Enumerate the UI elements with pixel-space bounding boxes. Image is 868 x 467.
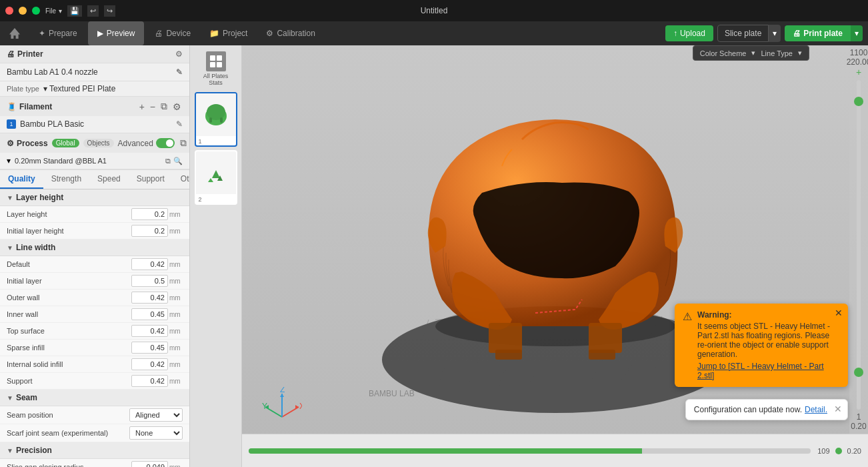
profile-search-button[interactable]: 🔍 [173, 157, 183, 165]
nav-prepare[interactable]: ✦ Prepare [29, 21, 87, 45]
filament-settings-button[interactable]: ⚙ [171, 101, 183, 112]
slice-dropdown[interactable]: ▾ [769, 25, 781, 42]
filament-remove-button[interactable]: − [149, 101, 157, 112]
thumbnail-2-num: 2 [196, 195, 205, 204]
slider-expand-button[interactable]: + [856, 67, 861, 77]
thumbnail-2-image [196, 151, 236, 194]
initial-layer-height-unit: mm [169, 227, 183, 235]
initial-layer-height-value: mm [131, 225, 183, 237]
slider-thumb-bottom[interactable] [854, 368, 863, 377]
warning-content: Warning: It seems object STL - Heavy Hel… [697, 310, 840, 380]
support-input[interactable] [131, 375, 168, 387]
filament-copy-button[interactable]: ⧉ [159, 101, 169, 112]
process-title: ⚙ Process [7, 139, 48, 148]
config-message: Configuration can update now. [694, 405, 802, 414]
sparse-infill-unit: mm [169, 344, 183, 352]
slice-gap-row: Slice gap closing radius mm [0, 459, 189, 467]
undo-button[interactable]: ↩ [87, 5, 99, 17]
top-surface-input[interactable] [131, 325, 168, 337]
file-menu[interactable]: File ▾ [45, 7, 62, 15]
initial-layer-height-input[interactable] [131, 225, 168, 237]
sparse-infill-input[interactable] [131, 342, 168, 354]
line-width-header[interactable]: ▼ Line width [0, 240, 189, 256]
nav-device[interactable]: 🖨 Device [145, 21, 200, 45]
warning-message: It seems object STL - Heavy Helmet - Par… [697, 322, 840, 359]
printer-settings-icon[interactable]: ⚙ [175, 49, 183, 59]
process-copy-button[interactable]: ⧉ [179, 137, 188, 149]
maximize-button[interactable] [32, 7, 40, 15]
bottom-bar: 109 0.20 [242, 434, 868, 467]
title-bar: File ▾ 💾 ↩ ↪ Untitled [0, 0, 868, 21]
outer-wall-input[interactable] [131, 292, 168, 304]
warning-link[interactable]: Jump to [STL - Heavy Helmet - Part 2.stl… [697, 362, 824, 380]
internal-solid-input[interactable] [131, 358, 168, 370]
minimize-button[interactable] [19, 7, 27, 15]
svg-rect-7 [220, 117, 223, 123]
prepare-icon: ✦ [39, 29, 45, 38]
redo-button[interactable]: ↪ [104, 5, 115, 17]
warning-close-button[interactable]: ✕ [835, 308, 843, 318]
printer-name-row: Bambu Lab A1 0.4 nozzle ✎ [0, 63, 189, 81]
layer-height-header[interactable]: ▼ Layer height [0, 189, 189, 206]
seam-header[interactable]: ▼ Seam [0, 390, 189, 406]
warning-icon: ⚠ [683, 310, 692, 323]
default-input[interactable] [131, 258, 168, 270]
tab-quality[interactable]: Quality [0, 170, 43, 189]
tab-strength[interactable]: Strength [43, 170, 89, 189]
print-dropdown[interactable]: ▾ [851, 25, 863, 41]
nav-project[interactable]: 📁 Project [200, 21, 257, 45]
tab-speed[interactable]: Speed [89, 170, 129, 189]
svg-rect-29 [495, 350, 522, 360]
nav-calibration[interactable]: ⚙ Calibration [257, 21, 324, 45]
slider-thumb-top[interactable] [854, 97, 863, 106]
nav-home[interactable] [0, 21, 29, 45]
layer-height-input[interactable] [131, 208, 168, 220]
config-close-button[interactable]: ✕ [834, 404, 842, 414]
settings-panel: ▼ Layer height Layer height mm Initial l… [0, 189, 189, 467]
main-content: 🖨 Printer ⚙ Bambu Lab A1 0.4 nozzle ✎ Pl… [0, 45, 868, 467]
slice-button[interactable]: Slice plate [717, 25, 769, 42]
top-surface-unit: mm [169, 328, 183, 335]
upload-button[interactable]: ↑ Upload [665, 25, 713, 41]
all-plates-button[interactable]: All PlatesStats [201, 49, 231, 89]
default-row: Default mm [0, 256, 189, 273]
profile-compare-button[interactable]: ⧉ [165, 157, 171, 165]
outer-wall-row: Outer wall mm [0, 290, 189, 306]
thumbnail-1[interactable]: 1 [195, 92, 237, 147]
tab-others[interactable]: Others [173, 170, 190, 189]
initial-layer-input[interactable] [131, 275, 168, 287]
config-link[interactable]: Detail. [805, 405, 827, 414]
layer-value: 0.20 [847, 447, 861, 455]
scarf-joint-dropdown[interactable]: None Contour [129, 426, 183, 440]
tag-global[interactable]: Global [52, 139, 79, 147]
svg-text:BAMBU LAB: BAMBU LAB [369, 389, 415, 398]
slider-bottom-label: 1 0.20 [851, 412, 866, 431]
slice-gap-input[interactable] [131, 461, 168, 467]
close-button[interactable] [5, 7, 13, 15]
precision-expand-icon: ▼ [7, 447, 13, 454]
seam-position-value: Aligned Random Nearest Back [129, 408, 183, 422]
filament-edit-icon[interactable]: ✎ [176, 119, 183, 129]
tab-support[interactable]: Support [129, 170, 173, 189]
nav-preview[interactable]: ▶ Preview [88, 21, 145, 45]
svg-rect-3 [217, 62, 222, 67]
inner-wall-label: Inner wall [7, 310, 131, 318]
filament-add-button[interactable]: + [138, 101, 146, 112]
seam-position-dropdown[interactable]: Aligned Random Nearest Back [129, 408, 183, 422]
svg-text:Z: Z [280, 387, 285, 394]
advanced-toggle[interactable] [156, 138, 175, 148]
precision-header[interactable]: ▼ Precision [0, 442, 189, 459]
save-button[interactable]: 💾 [67, 5, 82, 17]
profile-dropdown-arrow: ▾ [7, 156, 11, 165]
scarf-joint-label: Scarf joint seam (experimental) [7, 429, 129, 437]
print-button[interactable]: 🖨 Print plate [785, 25, 851, 41]
inner-wall-input[interactable] [131, 308, 168, 320]
outer-wall-label: Outer wall [7, 294, 131, 302]
initial-layer-label: Initial layer [7, 277, 131, 285]
thumbnail-2[interactable]: 2 [195, 150, 237, 205]
plates-stats-icon [206, 51, 226, 71]
slider-track[interactable] [857, 80, 861, 410]
printer-edit-icon[interactable]: ✎ [176, 67, 183, 77]
tag-objects[interactable]: Objects [83, 139, 114, 147]
green-dot [835, 448, 842, 454]
